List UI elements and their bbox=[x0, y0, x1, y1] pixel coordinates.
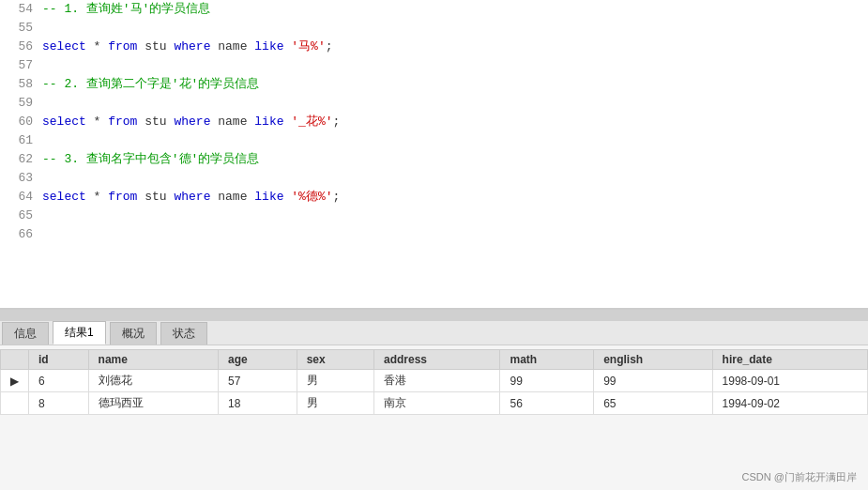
cell-age: 57 bbox=[219, 370, 297, 392]
cell-english: 99 bbox=[594, 370, 712, 392]
cell-name: 刘德花 bbox=[88, 370, 218, 392]
row-marker bbox=[1, 392, 29, 415]
line-number: 66 bbox=[0, 225, 42, 244]
line-number: 64 bbox=[0, 188, 42, 207]
tab-结果1[interactable]: 结果1 bbox=[53, 321, 106, 345]
result-table-wrapper[interactable]: idnameagesexaddressmathenglishhire_date▶… bbox=[0, 345, 868, 490]
cell-address: 南京 bbox=[373, 392, 500, 415]
code-line: 63 bbox=[0, 169, 868, 188]
cell-english: 65 bbox=[594, 392, 712, 415]
line-number: 59 bbox=[0, 94, 42, 113]
line-number: 61 bbox=[0, 131, 42, 150]
column-header-sex: sex bbox=[297, 350, 373, 370]
cell-name: 德玛西亚 bbox=[88, 392, 218, 415]
code-line: 57 bbox=[0, 56, 868, 75]
code-line: 62-- 3. 查询名字中包含'德'的学员信息 bbox=[0, 150, 868, 169]
line-content: -- 1. 查询姓'马'的学员信息 bbox=[42, 0, 868, 19]
table-row[interactable]: 8德玛西亚18男南京56651994-09-02 bbox=[1, 392, 868, 415]
result-table: idnameagesexaddressmathenglishhire_date▶… bbox=[0, 349, 868, 415]
column-header-name: name bbox=[88, 350, 218, 370]
code-line: 55 bbox=[0, 19, 868, 38]
line-number: 58 bbox=[0, 75, 42, 94]
line-content: select * from stu where name like '_花%'; bbox=[42, 113, 868, 131]
tab-概况[interactable]: 概况 bbox=[110, 322, 157, 345]
line-number: 56 bbox=[0, 38, 42, 56]
code-line: 60select * from stu where name like '_花%… bbox=[0, 113, 868, 131]
watermark: CSDN @门前花开满田岸 bbox=[742, 470, 857, 484]
cell-math: 56 bbox=[500, 392, 594, 415]
line-number: 54 bbox=[0, 0, 42, 19]
line-content: -- 2. 查询第二个字是'花'的学员信息 bbox=[42, 75, 868, 94]
line-content: -- 3. 查询名字中包含'德'的学员信息 bbox=[42, 150, 868, 169]
code-line: 61 bbox=[0, 131, 868, 150]
column-header-math: math bbox=[500, 350, 594, 370]
tab-状态[interactable]: 状态 bbox=[160, 322, 207, 345]
row-marker-header bbox=[1, 350, 29, 370]
code-line: 59 bbox=[0, 94, 868, 113]
cell-math: 99 bbox=[500, 370, 594, 392]
column-header-english: english bbox=[594, 350, 712, 370]
bottom-panel: 信息结果1概况状态 idnameagesexaddressmathenglish… bbox=[0, 321, 868, 490]
line-content: select * from stu where name like '%德%'; bbox=[42, 188, 868, 207]
line-content: select * from stu where name like '马%'; bbox=[42, 38, 868, 56]
code-line: 65 bbox=[0, 207, 868, 225]
cell-hire_date: 1994-09-02 bbox=[712, 392, 867, 415]
line-number: 65 bbox=[0, 207, 42, 225]
cell-sex: 男 bbox=[297, 370, 373, 392]
column-header-address: address bbox=[373, 350, 500, 370]
line-number: 57 bbox=[0, 56, 42, 75]
line-number: 63 bbox=[0, 169, 42, 188]
code-line: 56select * from stu where name like '马%'… bbox=[0, 38, 868, 56]
line-number: 55 bbox=[0, 19, 42, 38]
code-line: 58-- 2. 查询第二个字是'花'的学员信息 bbox=[0, 75, 868, 94]
scrollbar-area[interactable] bbox=[0, 310, 868, 321]
code-line: 64select * from stu where name like '%德%… bbox=[0, 188, 868, 207]
table-row[interactable]: ▶6刘德花57男香港99991998-09-01 bbox=[1, 370, 868, 392]
tab-信息[interactable]: 信息 bbox=[2, 322, 49, 345]
code-line: 54-- 1. 查询姓'马'的学员信息 bbox=[0, 0, 868, 19]
cell-age: 18 bbox=[219, 392, 297, 415]
cell-sex: 男 bbox=[297, 392, 373, 415]
column-header-id: id bbox=[29, 350, 89, 370]
row-marker: ▶ bbox=[1, 370, 29, 392]
column-header-hire_date: hire_date bbox=[712, 350, 867, 370]
line-number: 60 bbox=[0, 113, 42, 131]
column-header-age: age bbox=[219, 350, 297, 370]
editor-area: 54-- 1. 查询姓'马'的学员信息5556select * from stu… bbox=[0, 0, 868, 310]
cell-hire_date: 1998-09-01 bbox=[712, 370, 867, 392]
line-number: 62 bbox=[0, 150, 42, 169]
cell-address: 香港 bbox=[373, 370, 500, 392]
tabs-bar: 信息结果1概况状态 bbox=[0, 321, 868, 345]
code-line: 66 bbox=[0, 225, 868, 244]
cell-id: 6 bbox=[29, 370, 89, 392]
cell-id: 8 bbox=[29, 392, 89, 415]
